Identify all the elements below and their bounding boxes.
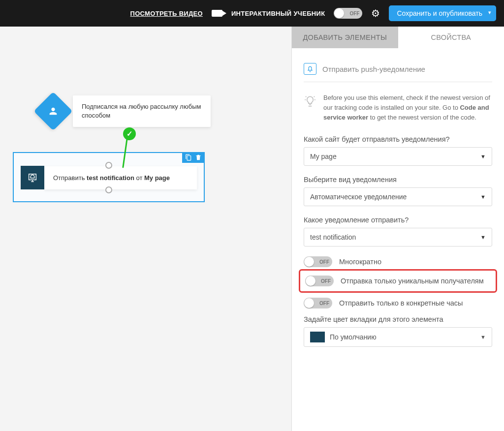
select-site[interactable]: My page ▼ xyxy=(304,147,492,166)
main: Подписался на любую рассылку любым спосо… xyxy=(0,27,504,431)
select-type[interactable]: Автоматическое уведомление ▼ xyxy=(304,187,492,206)
info-text: Before you use this element, check if th… xyxy=(323,93,492,123)
toggle-state: OFF xyxy=(349,11,359,16)
toggle-knob xyxy=(304,257,314,267)
interactive-tutorial-label: ИНТЕРАКТИВНЫЙ УЧЕБНИК xyxy=(231,10,325,17)
toggle-knob xyxy=(306,276,315,286)
toggle-knob xyxy=(304,298,314,308)
section-title-text: Отправить push-уведомление xyxy=(322,65,425,73)
bell-icon xyxy=(21,166,44,189)
tab-add-elements[interactable]: ДОБАВИТЬ ЭЛЕМЕНТЫ xyxy=(292,27,398,48)
trigger-diamond xyxy=(33,92,72,131)
toggle-hours[interactable]: OFF xyxy=(304,298,332,308)
publish-button[interactable]: Сохранить и опубликовать xyxy=(389,5,496,21)
toggle-row-repeat: OFF Многократно xyxy=(304,256,492,267)
panel-body: Отправить push-уведомление Before you us… xyxy=(292,48,504,431)
info-row: Before you use this element, check if th… xyxy=(304,93,492,123)
toggle-repeat[interactable]: OFF xyxy=(304,256,332,267)
panel-tabs: ДОБАВИТЬ ЭЛЕМЕНТЫ СВОЙСТВА xyxy=(292,27,504,48)
select-notification[interactable]: test notification ▼ xyxy=(304,228,492,246)
topbar: ПОСМОТРЕТЬ ВИДЕО ИНТЕРАКТИВНЫЙ УЧЕБНИК O… xyxy=(0,0,504,27)
copy-icon[interactable] xyxy=(185,154,192,161)
label-color: Задайте цвет вкладки для этого элемента xyxy=(304,315,492,323)
person-icon xyxy=(48,106,59,117)
select-color[interactable]: По умолчанию ▼ xyxy=(304,327,492,347)
toggle-knob xyxy=(334,8,344,18)
tutorial-toggle[interactable]: OFF xyxy=(334,8,362,19)
toggle-state: OFF xyxy=(321,278,331,284)
select-notification-value: test notification xyxy=(310,233,356,241)
color-swatch xyxy=(310,332,325,342)
video-icon xyxy=(212,10,222,17)
label-which: Какое уведомление отправить? xyxy=(304,216,492,224)
toggle-state: OFF xyxy=(319,301,329,306)
properties-panel: ДОБАВИТЬ ЭЛЕМЕНТЫ СВОЙСТВА Отправить pus… xyxy=(291,27,504,431)
toggle-unique-label: Отправка только уникальным получателям xyxy=(341,277,484,286)
node-toolbar xyxy=(182,152,205,163)
section-title: Отправить push-уведомление xyxy=(304,63,492,82)
tab-properties[interactable]: СВОЙСТВА xyxy=(398,27,504,48)
gear-icon[interactable]: ⚙ xyxy=(371,7,380,19)
caret-icon: ▼ xyxy=(480,154,486,159)
flow-canvas[interactable]: Подписался на любую рассылку любым спосо… xyxy=(0,27,291,431)
select-color-value: По умолчанию xyxy=(330,333,377,341)
bulb-icon xyxy=(304,95,316,123)
trigger-node[interactable]: Подписался на любую рассылку любым спосо… xyxy=(39,95,211,127)
caret-icon: ▼ xyxy=(480,234,486,240)
action-node: Отправить test notification от My page xyxy=(21,166,197,189)
action-node-selected[interactable]: Отправить test notification от My page xyxy=(13,152,205,202)
select-type-value: Автоматическое уведомление xyxy=(310,193,407,201)
bell-box-icon xyxy=(304,63,316,75)
toggle-repeat-label: Многократно xyxy=(339,257,381,267)
caret-icon: ▼ xyxy=(480,334,486,340)
trigger-text: Подписался на любую рассылку любым спосо… xyxy=(73,95,211,127)
caret-icon: ▼ xyxy=(480,194,486,200)
highlight-box: OFF Отправка только уникальным получател… xyxy=(299,269,497,293)
watch-video-link[interactable]: ПОСМОТРЕТЬ ВИДЕО xyxy=(130,10,203,17)
port-in[interactable] xyxy=(105,162,112,169)
trash-icon[interactable] xyxy=(195,154,202,161)
label-type: Выберите вид уведомления xyxy=(304,176,492,184)
toggle-state: OFF xyxy=(319,259,329,265)
port-out[interactable] xyxy=(105,186,112,193)
select-site-value: My page xyxy=(310,153,337,160)
toggle-hours-label: Отправить только в конкретные часы xyxy=(339,299,463,308)
action-text: Отправить test notification от My page xyxy=(44,166,197,189)
toggle-unique[interactable]: OFF xyxy=(305,276,334,286)
toggle-row-hours: OFF Отправить только в конкретные часы xyxy=(304,298,492,308)
toggle-row-unique: OFF Отправка только уникальным получател… xyxy=(305,276,491,286)
label-site: Какой сайт будет отправлять уведомления? xyxy=(304,135,492,143)
check-icon: ✓ xyxy=(123,127,136,140)
